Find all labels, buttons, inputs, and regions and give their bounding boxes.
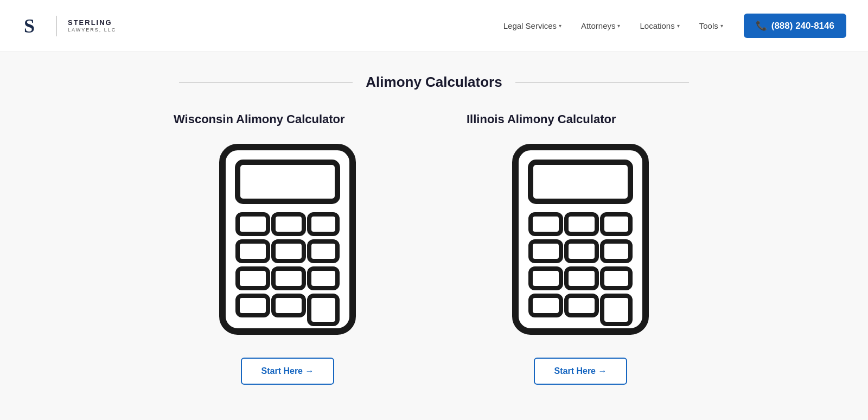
nav-tools[interactable]: Tools ▾ — [692, 17, 731, 35]
svg-rect-10 — [238, 269, 268, 288]
svg-rect-25 — [566, 269, 597, 288]
chevron-down-icon: ▾ — [677, 23, 680, 29]
illinois-calc-title: Illinois Alimony Calculator — [467, 112, 616, 126]
svg-rect-23 — [602, 241, 630, 261]
nav-legal-services[interactable]: Legal Services ▾ — [496, 17, 569, 35]
nav-tools-label: Tools — [699, 21, 718, 30]
svg-rect-8 — [273, 241, 304, 261]
svg-rect-11 — [273, 269, 304, 288]
svg-rect-7 — [238, 241, 268, 261]
svg-rect-6 — [309, 214, 337, 234]
nav-attorneys-label: Attorneys — [581, 21, 615, 30]
main-nav: Legal Services ▾ Attorneys ▾ Locations ▾… — [496, 14, 846, 38]
chevron-down-icon: ▾ — [617, 23, 620, 29]
phone-icon: 📞 — [756, 20, 767, 31]
svg-rect-26 — [602, 269, 630, 288]
phone-number: (888) 240-8146 — [771, 21, 834, 31]
chevron-down-icon: ▾ — [559, 23, 561, 29]
svg-rect-4 — [238, 214, 268, 234]
svg-rect-12 — [309, 269, 337, 288]
wisconsin-calc-icon — [217, 142, 358, 337]
nav-locations-label: Locations — [640, 21, 674, 30]
logo[interactable]: S Sterling Lawyers, LLC — [22, 14, 116, 38]
wisconsin-calc-title: Wisconsin Alimony Calculator — [174, 112, 345, 126]
wisconsin-start-label: Start Here → — [261, 366, 314, 376]
main-content: Alimony Calculators Wisconsin Alimony Ca… — [0, 52, 868, 417]
svg-rect-15 — [309, 296, 337, 324]
svg-rect-28 — [566, 296, 597, 315]
svg-rect-9 — [309, 241, 337, 261]
svg-rect-13 — [238, 296, 268, 315]
svg-rect-27 — [531, 296, 561, 315]
illinois-start-label: Start Here → — [554, 366, 607, 376]
svg-rect-20 — [602, 214, 630, 234]
nav-legal-services-label: Legal Services — [503, 21, 557, 30]
svg-rect-17 — [531, 162, 630, 201]
section-divider-left — [179, 82, 353, 82]
section-divider-right — [515, 82, 689, 82]
svg-rect-21 — [531, 241, 561, 261]
phone-button[interactable]: 📞 (888) 240-8146 — [744, 14, 846, 38]
firm-name: Sterling — [68, 18, 116, 27]
wisconsin-calc-card: Wisconsin Alimony Calculator — [174, 112, 401, 385]
svg-rect-22 — [566, 241, 597, 261]
svg-rect-24 — [531, 269, 561, 288]
svg-rect-3 — [238, 162, 337, 201]
nav-locations[interactable]: Locations ▾ — [632, 17, 687, 35]
svg-rect-29 — [602, 296, 630, 324]
section-title: Alimony Calculators — [366, 74, 502, 91]
illinois-calc-card: Illinois Alimony Calculator — [467, 112, 694, 385]
illinois-calc-icon — [510, 142, 651, 337]
firm-sub: Lawyers, LLC — [68, 27, 116, 33]
svg-rect-19 — [566, 214, 597, 234]
site-header: S Sterling Lawyers, LLC Legal Services ▾… — [0, 0, 868, 52]
logo-icon: S — [22, 14, 46, 38]
illinois-start-button[interactable]: Start Here → — [534, 358, 628, 385]
section-title-wrap: Alimony Calculators — [0, 74, 868, 91]
svg-text:S: S — [24, 15, 35, 37]
logo-text: Sterling Lawyers, LLC — [68, 18, 116, 33]
svg-rect-14 — [273, 296, 304, 315]
svg-rect-5 — [273, 214, 304, 234]
calculators-grid: Wisconsin Alimony Calculator — [0, 112, 868, 385]
logo-divider — [56, 16, 57, 36]
nav-attorneys[interactable]: Attorneys ▾ — [573, 17, 628, 35]
chevron-down-icon: ▾ — [720, 23, 723, 29]
svg-rect-18 — [531, 214, 561, 234]
wisconsin-start-button[interactable]: Start Here → — [241, 358, 335, 385]
